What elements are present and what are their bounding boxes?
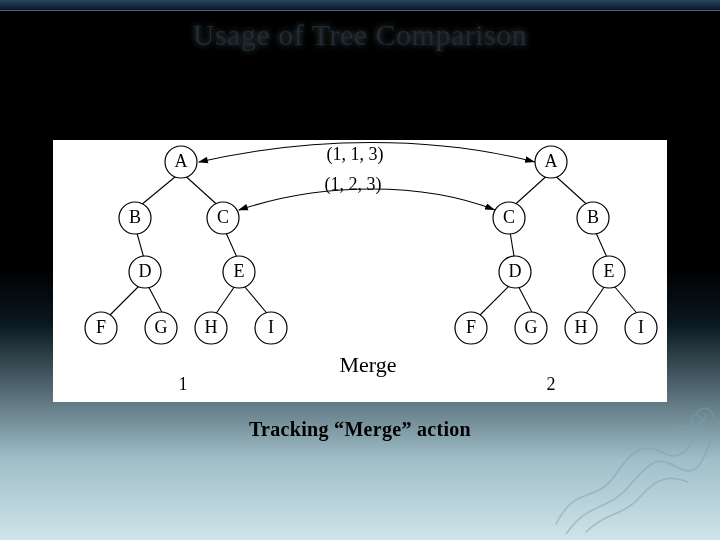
node-label: C: [217, 207, 229, 227]
node-label: B: [129, 207, 141, 227]
node-right-E: E: [593, 256, 625, 288]
node-left-H: H: [195, 312, 227, 344]
node-label: G: [525, 317, 538, 337]
node-right-C: C: [493, 202, 525, 234]
node-left-F: F: [85, 312, 117, 344]
node-label: I: [638, 317, 644, 337]
node-label: D: [509, 261, 522, 281]
node-right-B: B: [577, 202, 609, 234]
node-left-G: G: [145, 312, 177, 344]
left-tree-number: 1: [179, 374, 188, 394]
annotation-bottom: (1, 2, 3): [325, 174, 382, 195]
top-bar: [0, 0, 720, 11]
node-right-H: H: [565, 312, 597, 344]
node-label: I: [268, 317, 274, 337]
tree-comparison-figure: .edge { stroke:#000; stroke-width:1.1; f…: [53, 140, 667, 402]
tree-left: A B C D E: [85, 146, 287, 344]
slide-title: Usage of Tree Comparison: [0, 18, 720, 52]
node-right-G: G: [515, 312, 547, 344]
node-label: A: [175, 151, 188, 171]
caption: Tracking “Merge” action: [0, 418, 720, 441]
node-left-E: E: [223, 256, 255, 288]
node-left-C: C: [207, 202, 239, 234]
node-right-A: A: [535, 146, 567, 178]
node-label: A: [545, 151, 558, 171]
node-left-B: B: [119, 202, 151, 234]
tree-diagram-svg: .edge { stroke:#000; stroke-width:1.1; f…: [53, 140, 667, 402]
node-label: C: [503, 207, 515, 227]
node-right-D: D: [499, 256, 531, 288]
dragon-ornament-icon: [546, 384, 716, 534]
node-label: H: [575, 317, 588, 337]
node-right-I: I: [625, 312, 657, 344]
node-left-D: D: [129, 256, 161, 288]
node-left-A: A: [165, 146, 197, 178]
node-label: D: [139, 261, 152, 281]
node-label: H: [205, 317, 218, 337]
node-left-I: I: [255, 312, 287, 344]
node-label: E: [604, 261, 615, 281]
node-right-F: F: [455, 312, 487, 344]
node-label: F: [96, 317, 106, 337]
node-label: B: [587, 207, 599, 227]
node-label: F: [466, 317, 476, 337]
slide: Usage of Tree Comparison .edge { stroke:…: [0, 0, 720, 540]
diagram-label: Merge: [339, 352, 396, 377]
node-label: E: [234, 261, 245, 281]
tree-right: A C B D E: [455, 146, 657, 344]
mapping-arcs: (1, 1, 3) (1, 2, 3): [199, 143, 535, 211]
node-label: G: [155, 317, 168, 337]
right-tree-number: 2: [547, 374, 556, 394]
annotation-top: (1, 1, 3): [327, 144, 384, 165]
